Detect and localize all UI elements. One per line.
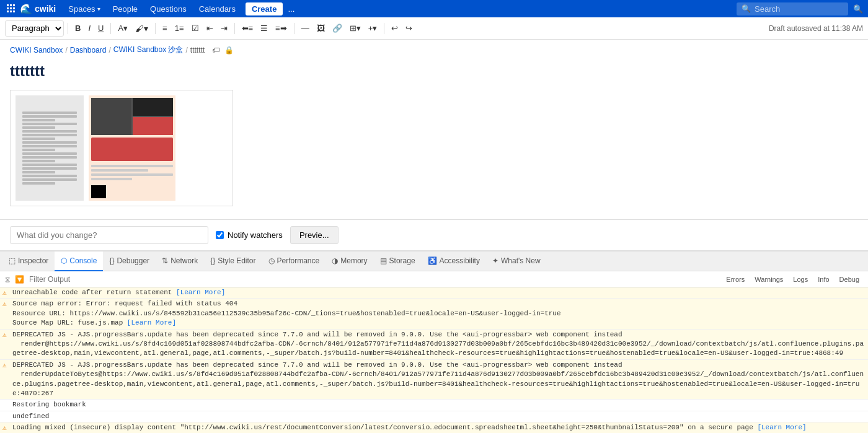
toolbar-separator-2 (110, 23, 111, 34)
breadcrumb-dashboard[interactable]: Dashboard (70, 46, 107, 55)
breadcrumb: CWIKI Sandbox / Dashboard / CWIKI Sandbo… (0, 40, 868, 60)
align-center-button[interactable]: ☰ (257, 22, 271, 35)
horizontal-rule-button[interactable]: — (298, 22, 312, 35)
doc-line (22, 182, 55, 185)
breadcrumb-current: ttttttt (190, 46, 205, 55)
doc-line (22, 112, 77, 114)
image-button[interactable]: 🖼 (314, 22, 328, 35)
italic-button[interactable]: I (85, 22, 94, 35)
svg-rect-7 (10, 11, 12, 12)
bold-button[interactable]: B (72, 22, 84, 35)
page-title-area: ttttttt (0, 60, 868, 85)
svg-rect-3 (7, 7, 9, 9)
link-button[interactable]: 🔗 (329, 22, 345, 35)
breadcrumb-sep-3: / (186, 46, 188, 55)
doc-line (22, 152, 77, 155)
svg-rect-5 (13, 7, 15, 9)
qr-code (91, 185, 106, 198)
bullet-list-button[interactable]: ≡ (159, 22, 170, 35)
paragraph-select[interactable]: Paragraph (5, 20, 64, 37)
nav-more-button[interactable]: ... (285, 2, 297, 15)
editor-toolbar: Paragraph B I U A▾ 🖌▾ ≡ 1≡ ☑ ⇤ ⇥ ⬅≡ ☰ ≡➡… (0, 17, 868, 40)
doc-line (22, 130, 77, 133)
doc-line (22, 119, 55, 121)
search-input[interactable] (755, 4, 841, 14)
food-line (91, 165, 173, 167)
outdent-button[interactable]: ⇤ (203, 22, 216, 35)
checkbox-button[interactable]: ☑ (188, 22, 202, 35)
align-right-button[interactable]: ≡➡ (272, 22, 290, 35)
font-color-button[interactable]: A▾ (115, 22, 131, 35)
grid-icon[interactable] (5, 2, 17, 15)
create-button[interactable]: Create (246, 2, 283, 15)
document-thumbnail (16, 95, 84, 201)
food-line (91, 173, 173, 176)
undo-button[interactable]: ↩ (388, 22, 401, 35)
doc-line (22, 149, 55, 151)
draft-status: Draft autosaved at 11:38 AM (769, 24, 863, 33)
doc-line (22, 123, 77, 125)
restrict-icon[interactable]: 🔒 (224, 46, 234, 55)
doc-line (22, 171, 55, 173)
svg-rect-6 (7, 11, 9, 12)
toolbar-separator-5 (294, 23, 294, 34)
search-icon: 🔍 (742, 4, 751, 13)
doc-line (22, 167, 77, 170)
nav-questions[interactable]: Questions (145, 2, 192, 15)
doc-line (22, 164, 77, 166)
food-img-dark (133, 98, 173, 116)
doc-line (22, 115, 77, 118)
content-area[interactable] (0, 85, 868, 211)
numbered-list-button[interactable]: 1≡ (172, 22, 187, 35)
food-right-imgs (133, 98, 173, 135)
doc-line (22, 126, 55, 129)
nav-spaces[interactable]: Spaces ▾ (63, 2, 105, 15)
svg-rect-4 (10, 7, 12, 9)
doc-line (22, 156, 77, 159)
doc-line (22, 178, 77, 181)
breadcrumb-sep-1: / (65, 46, 67, 55)
redo-button[interactable]: ↪ (402, 22, 415, 35)
doc-line (22, 175, 77, 177)
doc-line (22, 138, 55, 140)
doc-line (22, 160, 55, 162)
search-icon-btn[interactable]: 🔍 (853, 4, 863, 14)
table-button[interactable]: ⊞▾ (347, 22, 364, 35)
insert-button[interactable]: +▾ (365, 22, 381, 35)
doc-lines (22, 110, 77, 186)
food-left-img (91, 98, 131, 135)
food-image-top (91, 98, 173, 135)
app-logo[interactable]: 🌊 cwiki (20, 3, 56, 15)
food-preview (89, 95, 175, 201)
doc-line (22, 145, 77, 147)
toolbar-separator-6 (384, 23, 384, 34)
toolbar-separator-3 (155, 23, 156, 34)
food-line (91, 169, 148, 172)
svg-rect-1 (10, 4, 12, 6)
nav-calendars[interactable]: Calendars (194, 2, 241, 15)
food-line (91, 178, 132, 180)
top-navigation: 🌊 cwiki Spaces ▾ People Questions Calend… (0, 0, 868, 17)
breadcrumb-sandbox[interactable]: CWIKI Sandbox 沙盒 (113, 45, 184, 55)
food-text-area (91, 165, 173, 180)
image-container (10, 90, 233, 206)
svg-rect-2 (13, 4, 15, 6)
doc-line (22, 141, 77, 144)
align-left-button[interactable]: ⬅≡ (239, 22, 257, 35)
svg-rect-8 (13, 11, 15, 12)
search-bar[interactable]: 🔍 (737, 2, 848, 15)
highlight-button[interactable]: 🖌▾ (132, 22, 151, 35)
underline-button[interactable]: U (95, 22, 107, 35)
breadcrumb-sep-2: / (108, 46, 110, 55)
toolbar-separator-4 (234, 23, 235, 34)
food-img-red (133, 117, 173, 135)
breadcrumb-cwiki-sandbox[interactable]: CWIKI Sandbox (10, 46, 63, 55)
toolbar-separator (68, 23, 68, 34)
nav-people[interactable]: People (108, 2, 143, 15)
indent-button[interactable]: ⇥ (218, 22, 231, 35)
tag-icon[interactable]: 🏷 (212, 46, 219, 55)
food-img-middle (91, 138, 173, 162)
page-title[interactable]: ttttttt (10, 63, 858, 80)
svg-rect-0 (7, 4, 9, 6)
doc-line (22, 134, 77, 136)
